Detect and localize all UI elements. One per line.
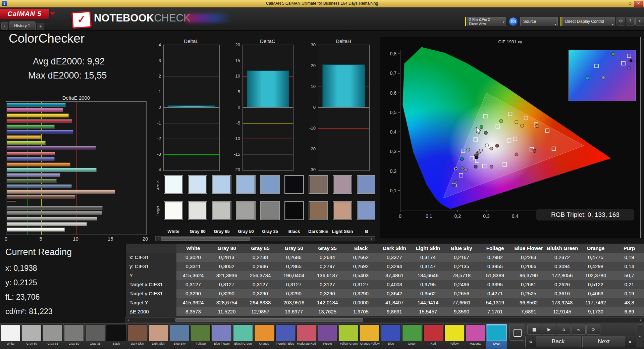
patch-button-light-skin[interactable]: Light Skin [148, 324, 169, 349]
patch-button-gray-65[interactable]: Gray 65 [42, 324, 63, 349]
patch-button-orange-yellow[interactable]: Orange Yellow [359, 324, 380, 349]
table-cell: 0,2372 [545, 253, 579, 262]
axis-label: 30 [311, 42, 316, 47]
table-corner [126, 244, 176, 253]
meter-dropdown[interactable]: X-Rite i1Pro 2 Direct View ▾ [467, 17, 506, 26]
help-button[interactable]: ? [626, 17, 635, 26]
patch-button-gray-80[interactable]: Gray 80 [21, 324, 42, 349]
deltah-chart [318, 45, 370, 171]
scroll-right-icon[interactable]: ▸ [638, 318, 643, 322]
axis-label: 0 [313, 105, 316, 110]
scrollbar-thumb[interactable] [175, 318, 363, 322]
patch-button-dark-skin[interactable]: Dark Skin [127, 324, 148, 349]
patch-button-black[interactable]: Black [106, 324, 127, 349]
deltae-bar [7, 228, 65, 232]
patch-button-gray-50[interactable]: Gray 50 [63, 324, 85, 349]
table-cell: 264,8338 [244, 298, 277, 307]
patch-button-yellow-green[interactable]: Yellow Green [338, 324, 359, 349]
cie-zoom-inset [569, 50, 636, 101]
patch-button-orange[interactable]: Orange [254, 324, 275, 349]
svg-text:0,2: 0,2 [454, 213, 461, 219]
patch-button-red[interactable]: Red [423, 324, 444, 349]
table-cell: 256,3734 [244, 271, 277, 280]
patch-button-cyan[interactable]: Cyan [486, 324, 507, 349]
patch-label: Light Skin [148, 342, 169, 345]
patch-button-purple[interactable]: Purple [317, 324, 338, 349]
swatch-scrollbar[interactable]: ◂ ▸ [155, 236, 375, 241]
reading-x: x: 0,1938 [5, 264, 37, 273]
patch-button-green[interactable]: Green [401, 324, 423, 349]
patch-button-yellow[interactable]: Yellow [444, 324, 465, 349]
table-cell: 96,3790 [512, 271, 545, 280]
delta-bar [322, 64, 365, 107]
patch-button-gray-35[interactable]: Gray 35 [85, 324, 106, 349]
patch-button-purplish-blue[interactable]: Purplish Blue [275, 324, 296, 349]
refresh-button[interactable]: ⟳ [586, 325, 600, 335]
axis-label: -20 [234, 167, 240, 172]
column-header: Blue Flower [512, 244, 545, 253]
stop-button[interactable]: ■ [527, 325, 541, 335]
scroll-left-icon[interactable]: ◂ [156, 237, 161, 241]
tab-history-1[interactable]: History 1 [9, 21, 36, 30]
calman-logo[interactable]: CalMAN 5 [0, 9, 49, 19]
settings-gear-button[interactable]: ⚙ [616, 17, 625, 26]
table-cell: 0,3127 [311, 280, 344, 289]
svg-text:0,8: 0,8 [390, 51, 397, 56]
home-button[interactable]: ⌂ [557, 325, 571, 335]
next-button[interactable]: Next » [582, 336, 635, 347]
display-control-dropdown[interactable]: Direct Display Control ▾ [562, 17, 615, 26]
table-cell: 11,5220 [210, 307, 244, 316]
layout-button[interactable] [509, 325, 525, 341]
table-cell: 0,2167 [445, 253, 478, 262]
table-cell: 0,4271 [478, 289, 512, 298]
patch-label: Cyan [486, 342, 507, 345]
axis-label: 0 [5, 236, 7, 242]
cie-measured-point [480, 126, 483, 129]
patch-scroll-right-button[interactable]: ▸ [637, 325, 643, 347]
chevron-down-icon: ▾ [503, 20, 504, 24]
continuous-read-button[interactable]: ∞ [572, 325, 586, 335]
cie-measured-point [499, 119, 503, 123]
brand-bold: NOTEBOOK [94, 12, 154, 24]
patch-button-foliage[interactable]: Foliage [190, 324, 211, 349]
table-cell: 0,0000 [344, 298, 378, 307]
calman-menu-arrow-icon[interactable] [50, 12, 55, 15]
deltae-chart-title: DeltaE 2000 [6, 95, 146, 101]
scrollbar-thumb[interactable] [161, 237, 250, 241]
chevron-down-icon: ▾ [554, 20, 556, 29]
minimize-button[interactable]: – [618, 1, 626, 6]
patch-button-moderate-red[interactable]: Moderate Red [296, 324, 317, 349]
actual-swatch [164, 175, 183, 194]
table-cell: 0,3290 [176, 289, 210, 298]
add-tab-button[interactable]: + [37, 23, 44, 30]
table-scrollbar[interactable]: ◂ ▸ [125, 317, 644, 322]
scroll-right-icon[interactable]: ▸ [369, 237, 374, 241]
tab-scroll-button[interactable]: ▸ [1, 22, 8, 30]
close-button[interactable]: ✕ [634, 1, 643, 7]
reading-y: y: 0,2125 [5, 278, 37, 287]
play-button[interactable]: ▶ [542, 325, 556, 335]
pin-button[interactable]: ⌖ [635, 17, 644, 26]
patch-button-magenta[interactable]: Magenta [465, 324, 486, 349]
table-cell: 0,3377 [378, 253, 411, 262]
source-dropdown[interactable]: Source ▾ [520, 17, 558, 26]
patch-button-blue[interactable]: Blue [380, 324, 401, 349]
row-label: ΔE 2000 [126, 307, 176, 316]
deltae-bar [7, 157, 55, 161]
display-accent-bar [560, 17, 561, 26]
svg-text:0,4: 0,4 [512, 213, 519, 219]
maximize-button[interactable]: □ [626, 1, 634, 6]
target-swatch [284, 201, 304, 220]
patch-button-blue-flower[interactable]: Blue Flower [211, 324, 232, 349]
reference-line [164, 154, 219, 155]
swatch-label: Gray 50 [234, 229, 258, 234]
table-cell: 51,8389 [478, 271, 512, 280]
table-cell: 415,3624 [176, 271, 210, 280]
table-cell: 0,3147 [411, 262, 445, 271]
table-cell: 172,8056 [545, 271, 579, 280]
patch-button-bluish-green[interactable]: Bluish Green [232, 324, 254, 349]
back-button[interactable]: « Back [525, 336, 581, 347]
scroll-left-icon[interactable]: ◂ [125, 318, 130, 322]
patch-button-white[interactable]: White [0, 324, 21, 349]
patch-button-blue-sky[interactable]: Blue Sky [169, 324, 190, 349]
